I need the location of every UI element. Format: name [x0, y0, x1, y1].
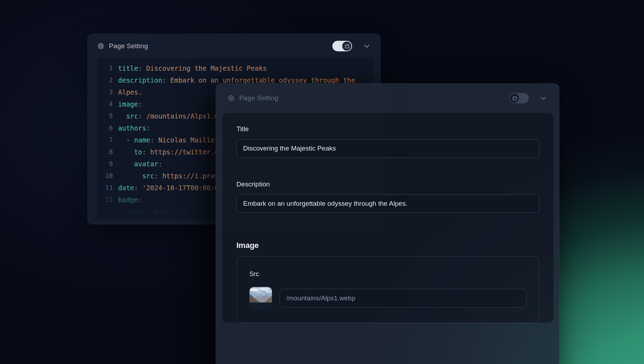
title-input[interactable] [236, 139, 539, 158]
panel-header: Page Setting [88, 34, 380, 58]
code-line: 1title: Discovering the Majestic Peaks [100, 62, 373, 74]
line-number: 3 [100, 86, 113, 98]
code-view-toggle[interactable] [332, 41, 352, 51]
line-code: avatar: [118, 158, 162, 170]
src-field-label: Src [249, 270, 259, 277]
toggle-knob [510, 94, 519, 103]
src-row [249, 287, 526, 309]
line-number: 6 [100, 122, 113, 134]
line-number: 5 [100, 110, 113, 122]
description-input[interactable] [236, 194, 539, 213]
line-code: badge: [118, 194, 142, 206]
line-code: date: '2024-10-17T00:00:0 [118, 182, 219, 194]
toggle-knob [342, 41, 351, 51]
gear-icon [227, 94, 235, 102]
panel-title: Page Setting [239, 94, 278, 102]
image-thumbnail [249, 287, 272, 309]
line-code: label: Mountains [118, 206, 190, 218]
line-number: 10 [100, 170, 113, 182]
code-editor-icon [512, 96, 517, 101]
code-editor-icon [344, 44, 350, 49]
line-number: 12 [100, 194, 113, 206]
line-code: title: Discovering the Majestic Peaks [118, 62, 267, 74]
code-view-toggle[interactable] [509, 93, 529, 103]
image-src-input[interactable] [280, 289, 526, 308]
panel-title: Page Setting [109, 42, 148, 50]
line-number: 4 [100, 98, 113, 110]
line-code: image: [118, 98, 142, 110]
gear-icon [97, 42, 105, 50]
line-number: 8 [100, 146, 113, 158]
title-field-label: Title [236, 125, 539, 133]
line-number: 1 [100, 62, 113, 74]
line-code: - name: Nicolas Maillet [118, 134, 219, 146]
description-field-label: Description [236, 180, 539, 188]
panel-header: Page Setting [216, 84, 559, 113]
line-number: 13 [100, 206, 113, 218]
line-number: 2 [100, 74, 113, 86]
line-number: 11 [100, 182, 113, 194]
image-section-heading: Image [236, 241, 539, 250]
page-setting-panel-form-view: Page Setting Title Description Image Src [216, 83, 559, 364]
chevron-down-icon[interactable] [539, 94, 548, 102]
mountain-photo-icon [249, 287, 272, 309]
line-number: 9 [100, 158, 113, 170]
line-code: Alpes. [118, 86, 142, 98]
line-code: to: https://twitter.c [118, 146, 219, 158]
line-code: authors: [118, 122, 150, 134]
line-number: 7 [100, 134, 113, 146]
page-settings-form: Title Description Image Src [222, 113, 554, 323]
image-settings-card: Src [236, 256, 539, 323]
chevron-down-icon[interactable] [363, 42, 371, 50]
line-code: src: /mountains/Alps1.w [118, 110, 219, 122]
line-code: src: https://i.prav [118, 170, 219, 182]
